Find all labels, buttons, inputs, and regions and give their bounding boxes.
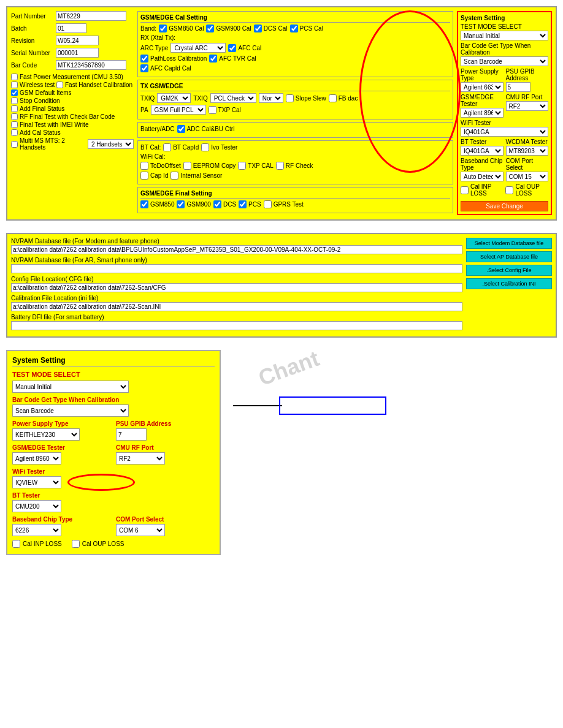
cal-oup-check: Cal OUP LOSS bbox=[505, 183, 548, 197]
gsm-default-checkbox[interactable] bbox=[11, 89, 18, 96]
fast-handset-checkbox[interactable] bbox=[56, 82, 63, 88]
gsm-tester-row: GSM/EDGE Tester Agilent 8960 CMU RF Port… bbox=[461, 94, 548, 118]
cal-file-input[interactable] bbox=[11, 302, 462, 311]
txiq2-label: TXIQ bbox=[193, 95, 207, 102]
select-config-button[interactable]: .Select Config File bbox=[466, 265, 552, 276]
bottom-baseband-select[interactable]: 6226 bbox=[12, 524, 61, 536]
bottom-power-supply-select[interactable]: KEITHLEY230 bbox=[12, 428, 80, 441]
barcode-select[interactable]: Scan Barcode bbox=[461, 56, 548, 66]
txiq-select[interactable]: GM2K bbox=[157, 93, 191, 103]
com-port-select[interactable]: COM 15 bbox=[506, 172, 549, 181]
baseband-select[interactable]: Auto Detect bbox=[461, 172, 504, 181]
battery-file-input[interactable] bbox=[11, 321, 462, 330]
cal-inp-checkbox[interactable] bbox=[461, 186, 469, 194]
wireless-checkbox[interactable] bbox=[11, 82, 18, 88]
system-panel-title: System Setting bbox=[461, 15, 548, 21]
bottom-com-port-select[interactable]: COM 6 bbox=[116, 524, 165, 536]
annotation-box bbox=[279, 396, 386, 415]
bottom-bt-select[interactable]: CMU200 bbox=[12, 500, 61, 512]
gsm-cal-title: GSM/EDGE Cal Setting bbox=[140, 14, 450, 23]
rf-final-label: RF Final Test with Check Bar Code bbox=[20, 113, 115, 120]
bottom-barcode-select[interactable]: Scan Barcode bbox=[12, 404, 129, 417]
config-file-field: Config File Location( CFG file) bbox=[11, 276, 462, 292]
wcdma-select[interactable]: MT89203 bbox=[506, 146, 549, 156]
bottom-cal-oup-label: Cal OUP LOSS bbox=[82, 540, 124, 547]
bottom-wifi-select[interactable]: IQVIEW bbox=[12, 476, 61, 488]
baseband-label: Baseband Chip Type bbox=[461, 157, 504, 171]
revision-input[interactable] bbox=[56, 36, 99, 45]
bottom-cal-oup-checkbox[interactable] bbox=[72, 540, 80, 548]
select-cal-button[interactable]: .Select Calibration INI bbox=[466, 278, 552, 289]
bottom-gsm-tester-select[interactable]: Agilent 8960 bbox=[12, 452, 61, 464]
gsm-default-label: GSM Default Items bbox=[20, 89, 71, 96]
bottom-psu-gpib-input[interactable] bbox=[116, 428, 147, 441]
add-final-checkbox[interactable] bbox=[11, 105, 18, 112]
rx-row: RX (Xtal Tx): bbox=[140, 34, 450, 41]
cap-row: Cap Id Internal Sensor bbox=[140, 172, 450, 180]
revision-label: Revision bbox=[11, 37, 54, 44]
arc-type-select[interactable]: Crystal ARC bbox=[170, 43, 226, 53]
middle-panel: GSM/EDGE Cal Setting Band: GSM850 Cal GS… bbox=[137, 11, 453, 216]
cal-inp-label: Cal INP LOSS bbox=[470, 183, 500, 197]
fast-power-label: Fast Power Measurement (CMU 3.50) bbox=[20, 74, 123, 80]
power-supply-select[interactable]: Agilent 663xx bbox=[461, 82, 504, 92]
modem-db-field: NVRAM Database file (For Modem and featu… bbox=[11, 238, 462, 254]
multi-ms-checkbox[interactable] bbox=[11, 141, 18, 148]
part-number-input[interactable] bbox=[56, 11, 126, 21]
psu-gpib-input[interactable] bbox=[506, 82, 530, 92]
serial-number-input[interactable] bbox=[56, 48, 99, 58]
cal-oup-checkbox[interactable] bbox=[505, 186, 513, 194]
wifi-tester-select[interactable]: IQ401GA bbox=[461, 127, 548, 137]
imei-write-checkbox[interactable] bbox=[11, 121, 18, 128]
rf-final-checkbox[interactable] bbox=[11, 113, 18, 120]
cap-id-check: Cap Id bbox=[140, 172, 168, 180]
ap-db-input[interactable] bbox=[11, 264, 462, 273]
bottom-baseband-row: Baseband Chip Type 6226 COM Port Select … bbox=[12, 516, 215, 536]
checkbox-add-cal: Add Cal Status bbox=[11, 129, 134, 136]
config-file-input[interactable] bbox=[11, 283, 462, 292]
multi-ms-select[interactable]: 2 Handsets bbox=[88, 139, 134, 149]
bottom-cal-oup-check: Cal OUP LOSS bbox=[72, 540, 124, 548]
txp-cal2-check: TXP CAL bbox=[238, 162, 274, 170]
bottom-section: System Setting TEST MODE SELECT Manual I… bbox=[6, 350, 557, 555]
checkbox-multi-ms: Multi MS MTS: 2 Handsets 2 Handsets bbox=[11, 137, 134, 151]
bottom-test-mode-select[interactable]: Manual Initial bbox=[12, 381, 129, 393]
revision-field: Revision bbox=[11, 36, 134, 45]
bottom-system-panel: System Setting TEST MODE SELECT Manual I… bbox=[6, 350, 221, 555]
bt-tester-select[interactable]: IQ401GA bbox=[461, 146, 504, 156]
bt-wifi-section: BT Cal: BT CapId Ivo Tester WiFi Cal: To… bbox=[137, 140, 453, 184]
config-file-label: Config File Location( CFG file) bbox=[11, 276, 462, 282]
batch-input[interactable] bbox=[56, 23, 86, 33]
add-cal-label: Add Cal Status bbox=[20, 129, 61, 136]
txiq2-option-select[interactable]: None bbox=[259, 93, 283, 103]
select-modem-db-button[interactable]: Select Modem Database file bbox=[466, 238, 552, 249]
bottom-baseband-label: Baseband Chip Type bbox=[12, 516, 111, 523]
tx-section: TX GSM/EDGE TXIQ GM2K TXIQ PCL Check Non… bbox=[137, 80, 453, 119]
save-change-button[interactable]: Save Change bbox=[461, 201, 548, 211]
txiq2-select[interactable]: PCL Check bbox=[210, 93, 256, 103]
txiq-row: TXIQ GM2K TXIQ PCL Check None Slope Slew… bbox=[140, 93, 450, 103]
cmu-rf-select[interactable]: RF2 bbox=[506, 101, 549, 111]
bottom-power-supply-label: Power Supply Type bbox=[12, 420, 111, 427]
gsm-tester-label: GSM/EDGE Tester bbox=[461, 94, 504, 107]
afc-capld-row: AFC Capld Cal bbox=[140, 64, 450, 72]
txp-check: TXP Cal bbox=[209, 106, 241, 114]
test-mode-select[interactable]: Manual Initial bbox=[461, 31, 548, 40]
arc-type-label: ARC Type bbox=[140, 45, 168, 51]
barcode-label: Bar Code bbox=[11, 62, 54, 69]
modem-db-input[interactable] bbox=[11, 245, 462, 254]
bottom-cmu-rf-select[interactable]: RF2 bbox=[116, 452, 165, 464]
imei-write-label: Final Test with IMEI Write bbox=[20, 121, 88, 128]
add-cal-checkbox[interactable] bbox=[11, 129, 18, 136]
part-number-label: Part Number bbox=[11, 13, 54, 20]
fast-power-checkbox[interactable] bbox=[11, 74, 18, 80]
stop-condition-checkbox[interactable] bbox=[11, 97, 18, 104]
bottom-cal-inp-checkbox[interactable] bbox=[12, 540, 20, 548]
gsm-tester-select[interactable]: Agilent 8960 bbox=[461, 108, 504, 118]
barcode-input[interactable] bbox=[56, 60, 126, 70]
bottom-sys-title: System Setting bbox=[12, 356, 215, 367]
ap-db-field: NVRAM Database file (For AR, Smart phone… bbox=[11, 257, 462, 273]
pa-select[interactable]: GSM Full PCL bbox=[151, 105, 206, 115]
tx-title: TX GSM/EDGE bbox=[140, 83, 450, 91]
select-ap-db-button[interactable]: Select AP Database file bbox=[466, 251, 552, 262]
